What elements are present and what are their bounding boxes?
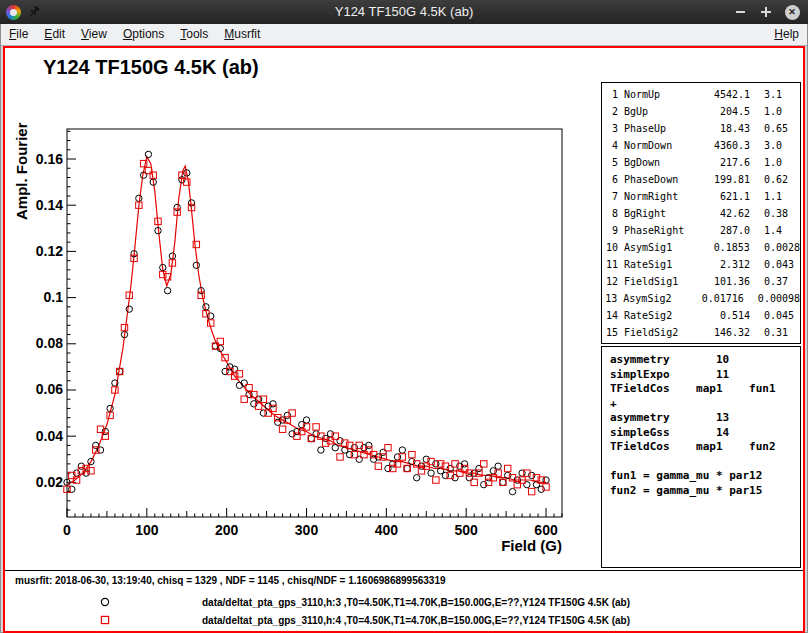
maximize-icon [761,7,771,17]
param-row: 9PhaseRight287.01.4 [602,222,800,239]
param-err: 1.0 [764,154,782,171]
param-no: 4 [602,137,618,154]
param-err: 0.00098 [758,290,800,307]
data-point-square [193,241,199,247]
menu-item-edit[interactable]: Edit [36,24,73,45]
menu-bar-right: Help [766,24,807,45]
data-point-circle [524,481,530,487]
legend-circle-icon [99,596,111,608]
menu-item-options[interactable]: Options [115,24,172,45]
minimize-icon [736,11,745,13]
data-point-circle [528,472,534,478]
data-point-circle [543,477,549,483]
param-row: 5BgDown217.61.0 [602,154,800,171]
legend-label: data/deltat_pta_gps_3110,h:3 ,T0=4.50K,T… [202,597,630,608]
data-point-circle [69,486,75,492]
data-point-square [505,465,511,471]
data-point-square [409,451,415,457]
data-point-circle [327,431,333,437]
param-no: 10 [602,239,618,256]
param-no: 13 [602,290,617,307]
param-name: NormUp [624,86,694,103]
param-val: 0.01716 [690,290,744,307]
data-point-circle [346,451,352,457]
param-name: FieldSig2 [624,324,694,341]
param-row: 8BgRight42.620.38 [602,205,800,222]
data-point-circle [97,447,103,453]
param-name: RateSig2 [624,307,694,324]
y-tick-label: 0.12 [36,243,63,259]
data-point-circle [428,470,434,476]
y-tick-label: 0.1 [44,289,64,305]
param-row: 3PhaseUp18.430.65 [602,120,800,137]
menu-item-file[interactable]: File [1,24,36,45]
param-err: 0.38 [764,205,788,222]
param-row: 1NormUp4542.13.1 [602,86,800,103]
param-no: 8 [602,205,618,222]
app-icon [6,5,21,20]
data-point-circle [126,306,132,312]
param-name: NormRight [624,188,694,205]
data-point-circle [337,438,343,444]
close-button[interactable]: ✕ [784,4,800,20]
data-point-square [433,477,439,483]
param-no: 12 [602,273,618,290]
data-point-circle [356,456,362,462]
data-point-circle [519,470,525,476]
x-tick-label: 200 [215,522,239,538]
param-name: BgUp [624,103,694,120]
data-point-circle [208,313,214,319]
param-err: 0.0028 [764,239,800,256]
data-point-circle [83,470,89,476]
plot-canvas[interactable]: Y124 TF150G 4.5K (ab) Ampl. Fourier Fiel… [3,46,805,633]
param-no: 1 [602,86,618,103]
param-row: 2BgUp204.51.0 [602,103,800,120]
param-val: 621.1 [694,188,750,205]
menu-item-view[interactable]: View [73,24,115,45]
maximize-button[interactable] [758,4,774,20]
menu-item-tools[interactable]: Tools [172,24,216,45]
minimize-button[interactable] [732,4,748,20]
data-point-square [121,324,127,330]
param-err: 0.043 [764,256,794,273]
param-val: 18.43 [694,120,750,137]
menu-item-musrfit[interactable]: Musrfit [216,24,268,45]
fit-info: musrfit: 2018-06-30, 13:19:40, chisq = 1… [15,575,446,586]
param-row: 15FieldSig2146.320.31 [602,324,800,341]
data-point-circle [78,463,84,469]
param-row: 10AsymSig10.18530.0028 [602,239,800,256]
param-val: 287.0 [694,222,750,239]
legend-label: data/deltat_pta_gps_3110,h:4 ,T0=4.50K,T… [202,615,630,626]
data-point-circle [476,465,482,471]
data-point-circle [399,447,405,453]
param-no: 6 [602,171,618,188]
pin-icon[interactable] [27,5,41,19]
data-point-circle [73,470,79,476]
menu-item-help[interactable]: Help [766,24,807,45]
param-box[interactable]: 1NormUp4542.13.12BgUp204.51.03PhaseUp18.… [601,82,801,344]
data-point-circle [442,472,448,478]
data-point-circle [193,262,199,268]
param-err: 0.62 [764,171,788,188]
param-name: FieldSig1 [624,273,694,290]
pad-divider [5,570,803,571]
chart-svg[interactable]: 01002003004005006000.020.040.060.080.10.… [5,48,600,568]
title-bar[interactable]: Y124 TF150G 4.5K (ab) ✕ [0,0,808,24]
data-point-circle [433,461,439,467]
param-err: 3.0 [764,137,782,154]
param-row: 12FieldSig1101.360.37 [602,273,800,290]
theory-box[interactable]: asymmetry 10 simplExpo 11 TFieldCos map1… [601,346,801,568]
legend-row[interactable]: data/deltat_pta_gps_3110,h:4 ,T0=4.50K,T… [5,614,803,628]
param-name: PhaseUp [624,120,694,137]
data-point-circle [380,449,386,455]
param-val: 4360.3 [694,137,750,154]
y-tick-label: 0.16 [36,151,63,167]
param-name: PhaseDown [624,171,694,188]
param-no: 14 [602,307,618,324]
param-no: 11 [602,256,618,273]
legend-row[interactable]: data/deltat_pta_gps_3110,h:3 ,T0=4.50K,T… [5,596,803,610]
theory-text: asymmetry 10 simplExpo 11 TFieldCos map1… [610,353,800,498]
param-err: 1.0 [764,103,782,120]
data-point-square [279,426,285,432]
param-name: BgDown [624,154,694,171]
